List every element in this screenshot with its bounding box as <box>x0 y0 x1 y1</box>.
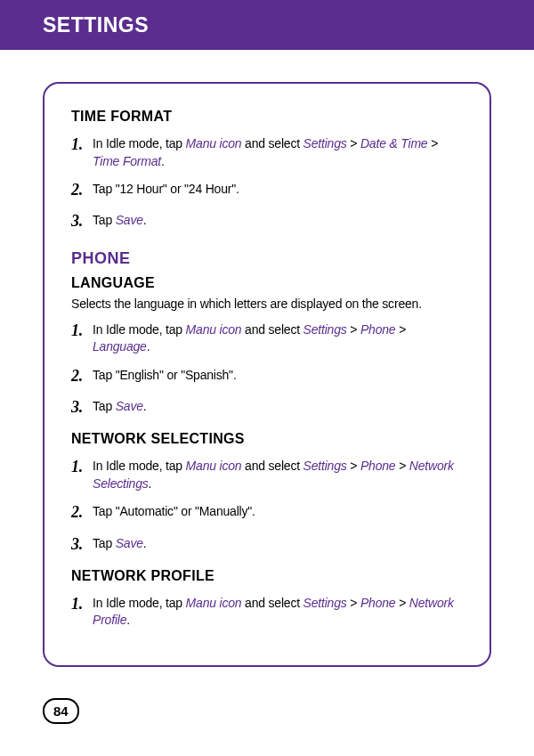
ui-term: Manu icon <box>186 136 242 150</box>
ui-term: Manu icon <box>186 459 242 473</box>
ui-term: Settings <box>303 596 347 610</box>
step-number: 1. <box>71 456 93 492</box>
step: 1. In Idle mode, tap Manu icon and selec… <box>71 456 463 492</box>
step: 2. Tap "12 Hour" or "24 Hour". <box>71 179 463 201</box>
step: 3. Tap Save. <box>71 210 463 232</box>
step-number: 2. <box>71 179 93 201</box>
ui-term: Time Format <box>93 154 161 168</box>
section-description: Selects the language in which letters ar… <box>71 297 463 311</box>
ui-term: Settings <box>303 322 347 337</box>
step-text: Tap Save. <box>93 533 463 556</box>
step: 2. Tap "English" or "Spanish". <box>71 365 463 387</box>
step: 1. In Idle mode, tap Manu icon and selec… <box>71 320 463 356</box>
step-number: 3. <box>71 210 93 232</box>
ui-term: Phone <box>360 322 395 337</box>
ui-term: Settings <box>303 136 347 150</box>
step-text: In Idle mode, tap Manu icon and select S… <box>93 134 463 170</box>
section-heading-network-profile: NETWORK PROFILE <box>71 568 463 584</box>
ui-term: Save <box>116 399 143 413</box>
step-text: Tap Save. <box>93 396 463 419</box>
step-text: In Idle mode, tap Manu icon and select S… <box>93 456 463 492</box>
page-title: SETTINGS <box>43 13 149 37</box>
ui-term: Save <box>116 536 143 550</box>
section-heading-network-selectings: NETWORK SELECTINGS <box>71 431 463 447</box>
step-number: 3. <box>71 396 93 419</box>
content-box: TIME FORMAT 1. In Idle mode, tap Manu ic… <box>43 82 491 667</box>
ui-term: Phone <box>360 596 395 610</box>
header-band: SETTINGS <box>0 0 534 50</box>
step-number: 1. <box>71 134 93 170</box>
page-number: 84 <box>43 698 79 724</box>
step-text: In Idle mode, tap Manu icon and select S… <box>93 593 463 630</box>
step: 2. Tap "Automatic" or "Manually". <box>71 501 463 524</box>
section-heading-phone: PHONE <box>71 249 463 268</box>
ui-term: Manu icon <box>186 322 242 337</box>
section-heading-language: LANGUAGE <box>71 275 463 291</box>
ui-term: Settings <box>303 459 347 473</box>
ui-term: Date & Time <box>360 136 427 150</box>
step-number: 1. <box>71 320 93 356</box>
step: 1. In Idle mode, tap Manu icon and selec… <box>71 593 463 630</box>
step-text: Tap "12 Hour" or "24 Hour". <box>93 179 463 201</box>
step: 3. Tap Save. <box>71 533 463 556</box>
section-heading-time-format: TIME FORMAT <box>71 109 463 125</box>
step-text: In Idle mode, tap Manu icon and select S… <box>93 320 463 356</box>
ui-term: Manu icon <box>186 596 242 610</box>
step-text: Tap "Automatic" or "Manually". <box>93 501 463 524</box>
step: 1. In Idle mode, tap Manu icon and selec… <box>71 134 463 170</box>
ui-term: Language <box>93 339 147 354</box>
step-text: Tap "English" or "Spanish". <box>93 365 463 387</box>
step-number: 1. <box>71 593 93 630</box>
step-number: 2. <box>71 501 93 524</box>
step-number: 3. <box>71 533 93 556</box>
step-number: 2. <box>71 365 93 387</box>
step: 3. Tap Save. <box>71 396 463 419</box>
ui-term: Phone <box>360 459 395 473</box>
step-text: Tap Save. <box>93 210 463 232</box>
ui-term: Save <box>116 213 143 227</box>
